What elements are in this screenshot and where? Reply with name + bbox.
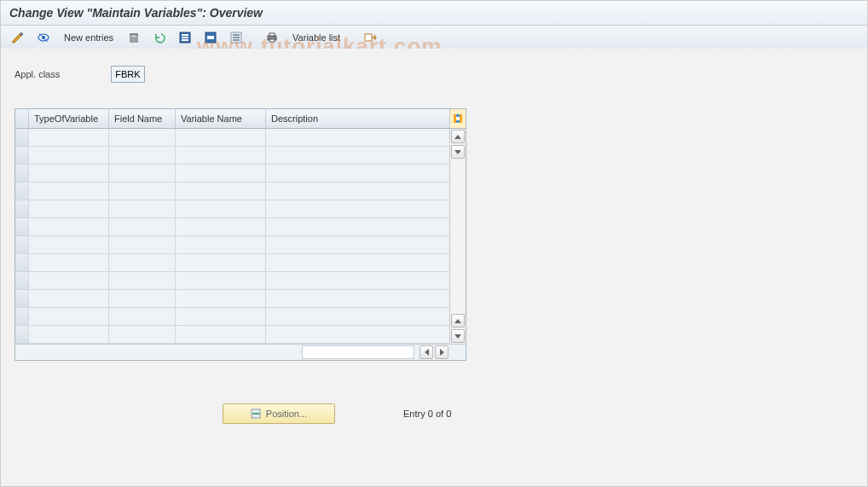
cell-field-name[interactable] — [109, 147, 176, 164]
print-button[interactable] — [262, 29, 282, 46]
cell-type-of-variable[interactable] — [29, 236, 109, 253]
table-row[interactable] — [15, 308, 449, 326]
table-row[interactable] — [15, 254, 449, 272]
cell-description[interactable] — [266, 326, 449, 343]
select-all-button[interactable] — [175, 29, 195, 46]
cell-field-name[interactable] — [109, 183, 176, 200]
table-row[interactable] — [15, 218, 449, 236]
cell-field-name[interactable] — [109, 308, 176, 325]
cell-description[interactable] — [266, 308, 449, 325]
other-view-button[interactable] — [33, 29, 54, 46]
cell-variable-name[interactable] — [176, 290, 266, 307]
cell-variable-name[interactable] — [176, 218, 266, 235]
cell-type-of-variable[interactable] — [29, 326, 109, 343]
cell-field-name[interactable] — [109, 290, 176, 307]
cell-type-of-variable[interactable] — [29, 308, 109, 325]
cell-field-name[interactable] — [109, 165, 176, 182]
row-selector[interactable] — [15, 272, 29, 289]
new-entries-button[interactable]: New entries — [59, 29, 119, 46]
row-selector[interactable] — [15, 308, 29, 325]
row-selector[interactable] — [15, 165, 29, 182]
cell-field-name[interactable] — [109, 326, 176, 343]
table-row[interactable] — [15, 129, 449, 147]
scroll-right-button[interactable] — [435, 345, 448, 359]
select-all-column[interactable] — [15, 109, 29, 128]
hscroll-track[interactable] — [302, 345, 414, 359]
cell-description[interactable] — [266, 272, 449, 289]
cell-type-of-variable[interactable] — [29, 254, 109, 271]
scroll-left-button[interactable] — [420, 345, 433, 359]
cell-type-of-variable[interactable] — [29, 129, 109, 146]
table-row[interactable] — [15, 290, 449, 308]
cell-field-name[interactable] — [109, 200, 176, 217]
row-selector[interactable] — [15, 183, 29, 200]
row-selector[interactable] — [15, 326, 29, 343]
cell-description[interactable] — [266, 290, 449, 307]
table-config-icon[interactable] — [449, 109, 466, 128]
scroll-down-button[interactable] — [451, 329, 465, 343]
cell-variable-name[interactable] — [176, 200, 266, 217]
row-selector[interactable] — [15, 200, 29, 217]
undo-button[interactable] — [149, 29, 170, 46]
col-variable-name[interactable]: Variable Name — [176, 109, 266, 128]
cell-description[interactable] — [266, 200, 449, 217]
cell-field-name[interactable] — [109, 254, 176, 271]
cell-variable-name[interactable] — [176, 183, 266, 200]
cell-type-of-variable[interactable] — [29, 183, 109, 200]
cell-variable-name[interactable] — [176, 129, 266, 146]
cell-description[interactable] — [266, 129, 449, 146]
row-selector[interactable] — [15, 254, 29, 271]
cell-field-name[interactable] — [109, 236, 176, 253]
table-row[interactable] — [15, 236, 449, 254]
cell-description[interactable] — [266, 183, 449, 200]
cell-type-of-variable[interactable] — [29, 165, 109, 182]
table-settings-button[interactable] — [361, 29, 381, 46]
cell-variable-name[interactable] — [176, 254, 266, 271]
row-selector[interactable] — [15, 218, 29, 235]
vscroll-track[interactable] — [451, 159, 465, 313]
row-selector[interactable] — [15, 236, 29, 253]
cell-variable-name[interactable] — [176, 308, 266, 325]
cell-variable-name[interactable] — [176, 326, 266, 343]
table-row[interactable] — [15, 326, 449, 344]
cell-variable-name[interactable] — [176, 165, 266, 182]
position-button[interactable]: Position... — [223, 403, 335, 424]
row-selector[interactable] — [15, 129, 29, 146]
cell-description[interactable] — [266, 147, 449, 164]
table-row[interactable] — [15, 165, 449, 183]
cell-field-name[interactable] — [109, 218, 176, 235]
select-block-button[interactable] — [200, 29, 221, 46]
cell-description[interactable] — [266, 218, 449, 235]
cell-variable-name[interactable] — [176, 272, 266, 289]
cell-description[interactable] — [266, 165, 449, 182]
cell-type-of-variable[interactable] — [29, 147, 109, 164]
cell-field-name[interactable] — [109, 129, 176, 146]
appl-class-value[interactable]: FBRK — [111, 66, 145, 83]
cell-description[interactable] — [266, 254, 449, 271]
table-row[interactable] — [15, 200, 449, 218]
delete-button[interactable] — [124, 29, 144, 46]
table-row[interactable] — [15, 147, 449, 165]
cell-description[interactable] — [266, 236, 449, 253]
col-field-name[interactable]: Field Name — [109, 109, 176, 128]
variable-list-button[interactable]: Variable list — [287, 29, 345, 46]
table-row[interactable] — [15, 272, 449, 290]
deselect-all-button[interactable] — [226, 29, 246, 46]
cell-type-of-variable[interactable] — [29, 272, 109, 289]
cell-type-of-variable[interactable] — [29, 200, 109, 217]
scroll-up-small-button[interactable] — [451, 314, 465, 328]
svg-rect-19 — [269, 33, 275, 36]
cell-type-of-variable[interactable] — [29, 290, 109, 307]
cell-type-of-variable[interactable] — [29, 218, 109, 235]
table-row[interactable] — [15, 183, 449, 200]
row-selector[interactable] — [15, 147, 29, 164]
cell-variable-name[interactable] — [176, 147, 266, 164]
scroll-up-button[interactable] — [451, 130, 465, 143]
toggle-display-change-button[interactable] — [8, 29, 28, 46]
cell-field-name[interactable] — [109, 272, 176, 289]
col-description[interactable]: Description — [266, 109, 449, 128]
cell-variable-name[interactable] — [176, 236, 266, 253]
row-selector[interactable] — [15, 290, 29, 307]
scroll-down-small-button[interactable] — [451, 145, 465, 159]
col-type-of-variable[interactable]: TypeOfVariable — [29, 109, 109, 128]
